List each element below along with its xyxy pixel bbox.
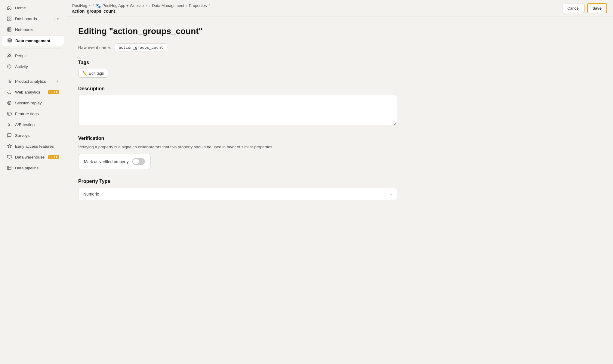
topbar: PostHog ▾ / 🐾 PostHog App + Website ▾ / … (66, 0, 613, 17)
verified-toggle-box: Mark as verified property (78, 154, 151, 169)
svg-point-19 (8, 113, 9, 114)
sidebar-item-data-warehouse[interactable]: Data warehouse BETA (2, 152, 64, 162)
breadcrumb-posthog[interactable]: PostHog (72, 3, 87, 8)
sidebar-item-label: Product analytics (15, 79, 55, 84)
sidebar-divider (4, 48, 62, 48)
property-type-select[interactable]: Numeric String Boolean DateTime Duration… (78, 188, 397, 200)
sidebar-item-data-pipeline[interactable]: Data pipeline (2, 163, 64, 173)
pencil-icon: ✏️ (82, 71, 87, 76)
svg-point-12 (8, 66, 10, 67)
sidebar-item-session-replay[interactable]: Session replay (2, 98, 64, 108)
edit-tags-button[interactable]: ✏️ Edit tags (78, 69, 108, 78)
svg-point-11 (8, 65, 11, 68)
verification-description: Verifying a property is a signal to coll… (78, 145, 601, 149)
sidebar-item-ab-testing[interactable]: A/B testing (2, 119, 64, 130)
breadcrumb-properties[interactable]: Properties (189, 3, 207, 8)
svg-point-9 (8, 39, 11, 40)
sidebar-item-people[interactable]: People (2, 51, 64, 61)
chevron-down-icon: ∨ (57, 17, 59, 21)
sidebar-item-label: Session replay (15, 101, 59, 105)
sidebar-dashboards-label: Dashboards (15, 17, 52, 21)
raw-event-row: Raw event name: action_groups_count (78, 43, 601, 51)
home-icon (7, 5, 12, 11)
data-warehouse-icon (7, 154, 12, 160)
sidebar-item-notebooks[interactable]: Notebooks (2, 24, 64, 35)
sidebar-item-surveys[interactable]: Surveys (2, 130, 64, 140)
dashboards-icon (7, 16, 12, 21)
sidebar-divider-2 (4, 74, 62, 74)
sidebar-item-label: Data management (15, 39, 59, 43)
breadcrumb-current-page: action_groups_count (72, 9, 210, 14)
main-area: PostHog ▾ / 🐾 PostHog App + Website ▾ / … (66, 0, 613, 364)
sidebar-item-label: Data warehouse (15, 155, 45, 159)
sidebar-item-label: A/B testing (15, 122, 59, 127)
description-textarea[interactable] (78, 95, 397, 125)
breadcrumb: PostHog ▾ / 🐾 PostHog App + Website ▾ / … (72, 3, 210, 14)
sidebar-item-home[interactable]: Home (2, 3, 64, 13)
svg-rect-20 (7, 155, 11, 158)
session-replay-icon (7, 100, 12, 106)
activity-icon (7, 64, 12, 69)
beta-badge-warehouse: BETA (48, 155, 59, 159)
content-area: Editing "action_groups_count" Raw event … (66, 17, 613, 364)
sidebar: Home Dashboards | ∨ Notebooks Data manag… (0, 0, 66, 364)
feature-flags-icon (7, 111, 12, 116)
cancel-button[interactable]: Cancel (562, 4, 584, 13)
posthog-app-icon: 🐾 (96, 3, 101, 8)
sidebar-item-label: Web analytics (15, 90, 45, 94)
description-section: Description (78, 86, 601, 126)
people-icon (7, 53, 12, 58)
verified-toggle-label: Mark as verified property (84, 159, 129, 164)
svg-rect-3 (10, 19, 11, 20)
sidebar-item-feature-flags[interactable]: Feature flags (2, 109, 64, 119)
sidebar-item-early-access[interactable]: Early access features (2, 141, 64, 151)
surveys-icon (7, 133, 12, 138)
sidebar-item-label: Home (15, 6, 59, 10)
property-type-select-wrapper: Numeric String Boolean DateTime Duration… (78, 188, 397, 200)
raw-event-label: Raw event name: (78, 45, 111, 50)
early-access-icon (7, 143, 12, 149)
sidebar-item-label: Notebooks (15, 27, 59, 32)
sidebar-item-label: Data pipeline (15, 166, 59, 170)
topbar-actions: Cancel Save (562, 3, 607, 13)
plus-icon[interactable]: + (55, 79, 59, 84)
breadcrumb-data-management[interactable]: Data Management (152, 3, 184, 8)
beta-badge: BETA (48, 90, 59, 94)
svg-point-10 (8, 54, 9, 55)
svg-rect-2 (8, 19, 9, 20)
verified-toggle[interactable] (132, 158, 145, 165)
breadcrumb-row: PostHog ▾ / 🐾 PostHog App + Website ▾ / … (72, 3, 210, 8)
toggle-track (132, 158, 145, 165)
sidebar-item-label: Feature flags (15, 112, 59, 116)
property-type-section: Property Type Numeric String Boolean Dat… (78, 179, 601, 200)
sidebar-item-data-management[interactable]: Data management (2, 35, 64, 46)
sidebar-item-label: Early access features (15, 144, 59, 149)
sidebar-item-product-analytics[interactable]: Product analytics + (2, 76, 64, 86)
page-title: Editing "action_groups_count" (78, 26, 601, 36)
sidebar-item-label: People (15, 54, 59, 58)
sidebar-item-label: Activity (15, 64, 59, 69)
web-analytics-icon (7, 89, 12, 95)
ab-testing-icon (7, 122, 12, 127)
tags-section: Tags ✏️ Edit tags (78, 60, 601, 78)
breadcrumb-project[interactable]: PostHog App + Website (103, 3, 144, 8)
property-type-section-title: Property Type (78, 179, 601, 184)
verification-section: Verification Verifying a property is a s… (78, 136, 601, 169)
sidebar-item-activity[interactable]: Activity (2, 61, 64, 72)
data-pipeline-icon (7, 165, 12, 171)
sidebar-item-web-analytics[interactable]: Web analytics BETA (2, 87, 64, 97)
tags-section-title: Tags (78, 60, 601, 65)
svg-point-17 (8, 102, 10, 103)
raw-event-value: action_groups_count (115, 43, 167, 51)
svg-rect-1 (10, 17, 11, 18)
data-management-icon (7, 38, 12, 43)
chevron-icon-2: ▾ (146, 4, 147, 8)
verification-section-title: Verification (78, 136, 601, 141)
sidebar-item-label: Surveys (15, 133, 59, 138)
description-section-title: Description (78, 86, 601, 91)
svg-rect-0 (8, 17, 9, 18)
save-button[interactable]: Save (587, 3, 607, 13)
sidebar-item-dashboards[interactable]: Dashboards | ∨ (2, 14, 64, 24)
notebooks-icon (7, 27, 12, 32)
edit-tags-label: Edit tags (89, 71, 104, 76)
